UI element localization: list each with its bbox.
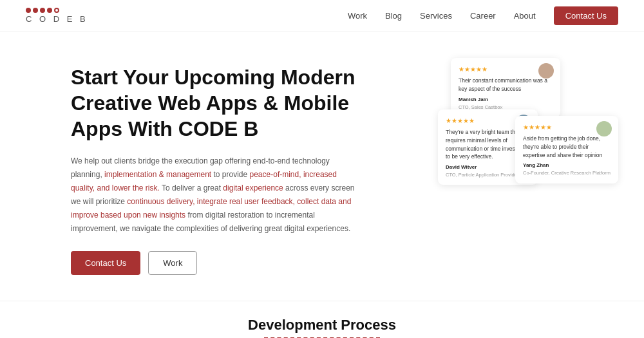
nav-services[interactable]: Services [420, 11, 452, 21]
contact-us-button[interactable]: Contact Us [71, 251, 140, 275]
logo-dot-5 [54, 8, 59, 13]
avatar-3 [596, 121, 612, 136]
testimonial-author-1: Manish Jain [459, 96, 553, 104]
testimonial-card-1: ★★★★★ Their constant communication was a… [451, 58, 560, 117]
nav-links: Work Blog Services Career About Contact … [348, 6, 618, 25]
development-title: Development Process [26, 317, 618, 333]
logo-dot-1 [26, 8, 31, 13]
testimonial-card-3: ★★★★★ Aside from getting the job done, t… [515, 116, 618, 183]
nav-career[interactable]: Career [470, 11, 496, 21]
logo-dot-2 [33, 8, 38, 13]
logo-dot-3 [40, 8, 45, 13]
nav-blog[interactable]: Blog [385, 11, 402, 21]
nav-about[interactable]: About [514, 11, 536, 21]
hero-section: Start Your Upcoming Modern Creative Web … [0, 32, 644, 294]
testimonial-text-1: Their constant communication was a key a… [459, 77, 553, 93]
hero-buttons: Contact Us Work [71, 251, 393, 275]
nav-work[interactable]: Work [348, 11, 367, 21]
hero-description: We help out clients bridge the execution… [71, 155, 361, 236]
logo-text: C O D E B [26, 14, 88, 24]
hero-left: Start Your Upcoming Modern Creative Web … [71, 64, 393, 275]
development-section: Development Process ⚙️ 🚀 [0, 301, 644, 338]
nav-contact-button[interactable]: Contact Us [554, 6, 618, 25]
navbar: C O D E B Work Blog Services Career Abou… [0, 0, 644, 32]
avatar-1 [538, 63, 554, 79]
logo: C O D E B [26, 8, 88, 24]
testimonial-text-3: Aside from getting the job done, they're… [523, 135, 611, 159]
work-button[interactable]: Work [148, 251, 197, 275]
hero-title: Start Your Upcoming Modern Creative Web … [71, 64, 393, 142]
logo-dot-4 [47, 8, 52, 13]
testimonial-author-3: Yang Zhan [523, 162, 611, 169]
testimonial-role-3: Co-Founder, Creative Research Platform [523, 169, 611, 176]
